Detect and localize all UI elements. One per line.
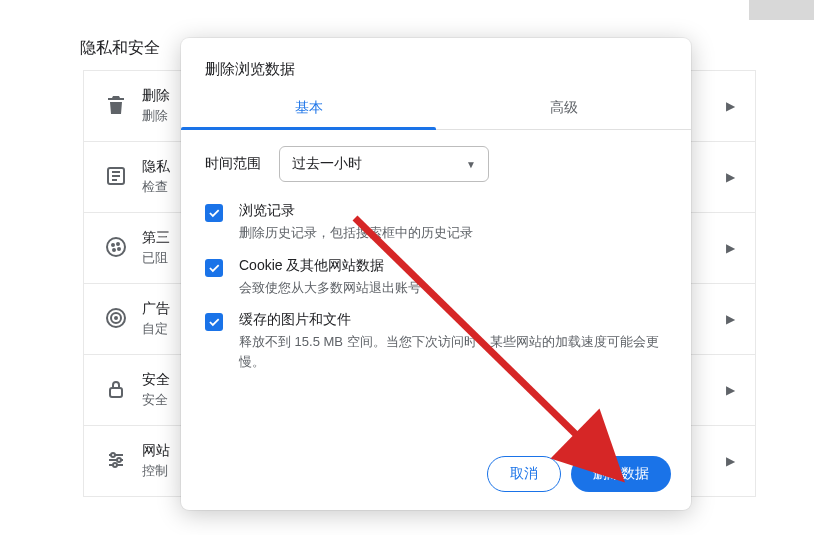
time-range-value: 过去一小时 bbox=[292, 155, 362, 173]
svg-point-3 bbox=[117, 243, 119, 245]
svg-point-2 bbox=[112, 244, 114, 246]
sliders-icon bbox=[104, 448, 128, 475]
confirm-delete-button[interactable]: 删除数据 bbox=[571, 456, 671, 492]
dialog-title: 删除浏览数据 bbox=[181, 38, 691, 89]
svg-point-8 bbox=[115, 317, 117, 319]
clear-data-dialog: 删除浏览数据 基本 高级 时间范围 过去一小时 ▼ 浏览记录 删除历史记录，包括… bbox=[181, 38, 691, 510]
chevron-right-icon: ▶ bbox=[726, 241, 735, 255]
cookies-desc: 会致使您从大多数网站退出账号 bbox=[239, 278, 421, 298]
cookie-icon bbox=[104, 235, 128, 262]
trash-icon bbox=[104, 93, 128, 120]
history-title: 浏览记录 bbox=[239, 202, 473, 220]
cache-title: 缓存的图片和文件 bbox=[239, 311, 667, 329]
chevron-right-icon: ▶ bbox=[726, 312, 735, 326]
target-icon bbox=[104, 306, 128, 333]
window-corner bbox=[749, 0, 814, 20]
history-desc: 删除历史记录，包括搜索框中的历史记录 bbox=[239, 223, 473, 243]
tab-advanced[interactable]: 高级 bbox=[436, 89, 691, 129]
checkbox-history[interactable] bbox=[205, 204, 223, 222]
tab-basic[interactable]: 基本 bbox=[181, 89, 436, 129]
cookies-title: Cookie 及其他网站数据 bbox=[239, 257, 421, 275]
section-title: 隐私和安全 bbox=[80, 38, 160, 59]
dialog-tabs: 基本 高级 bbox=[181, 89, 691, 130]
time-range-label: 时间范围 bbox=[205, 155, 261, 173]
svg-rect-9 bbox=[110, 388, 122, 397]
chevron-right-icon: ▶ bbox=[726, 383, 735, 397]
svg-point-4 bbox=[118, 248, 120, 250]
svg-point-12 bbox=[113, 463, 117, 467]
svg-point-1 bbox=[107, 238, 125, 256]
privacy-check-icon bbox=[104, 164, 128, 191]
cache-desc: 释放不到 15.5 MB 空间。当您下次访问时，某些网站的加载速度可能会更慢。 bbox=[239, 332, 667, 371]
chevron-right-icon: ▶ bbox=[726, 170, 735, 184]
checkbox-cache[interactable] bbox=[205, 313, 223, 331]
cancel-button[interactable]: 取消 bbox=[487, 456, 561, 492]
time-range-select[interactable]: 过去一小时 ▼ bbox=[279, 146, 489, 182]
lock-icon bbox=[104, 377, 128, 404]
chevron-right-icon: ▶ bbox=[726, 454, 735, 468]
svg-point-5 bbox=[113, 249, 115, 251]
svg-point-10 bbox=[111, 453, 115, 457]
checkbox-cookies[interactable] bbox=[205, 259, 223, 277]
chevron-right-icon: ▶ bbox=[726, 99, 735, 113]
chevron-down-icon: ▼ bbox=[466, 159, 476, 170]
svg-point-11 bbox=[117, 458, 121, 462]
